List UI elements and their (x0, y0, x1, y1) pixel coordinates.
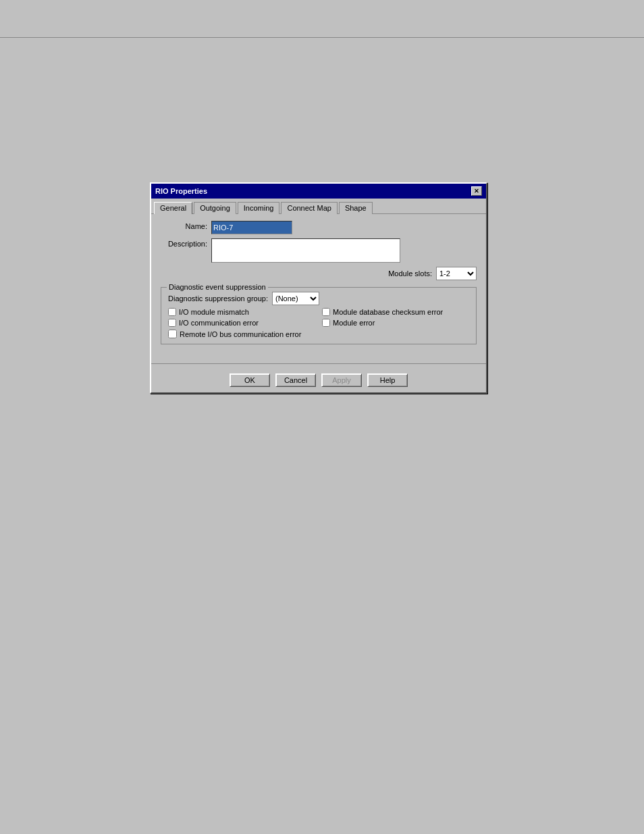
module-slots-select[interactable]: 1-2 1-4 1-8 1-16 (436, 267, 477, 280)
checkbox-module-error: Module error (322, 319, 469, 327)
dialog-rio-properties: RIO Properties ✕ General Outgoing Incomi… (150, 182, 487, 394)
tab-outgoing[interactable]: Outgoing (194, 202, 236, 214)
module-db-checksum-label: Module database checksum error (333, 308, 443, 316)
dialog-divider (151, 363, 486, 364)
help-button[interactable]: Help (367, 373, 408, 387)
checkbox-io-module-mismatch: I/O module mismatch (168, 308, 315, 316)
remote-io-bus-checkbox[interactable] (168, 330, 177, 338)
button-row: OK Cancel Apply Help (151, 369, 486, 392)
module-slots-label: Module slots: (388, 269, 432, 278)
dialog-title: RIO Properties (155, 187, 207, 195)
title-bar: RIO Properties ✕ (151, 184, 486, 199)
name-label: Name: (161, 221, 211, 230)
description-input[interactable] (211, 238, 400, 263)
io-module-mismatch-checkbox[interactable] (168, 308, 176, 316)
tab-connect-map[interactable]: Connect Map (281, 202, 337, 214)
group-box-legend: Diagnostic event suppression (167, 283, 268, 291)
tab-shape[interactable]: Shape (339, 202, 373, 214)
module-error-checkbox[interactable] (322, 319, 330, 327)
checkbox-grid: I/O module mismatch Module database chec… (168, 308, 469, 327)
tab-incoming[interactable]: Incoming (238, 202, 280, 214)
checkbox-module-db-checksum: Module database checksum error (322, 308, 469, 316)
io-comm-error-label: I/O communication error (179, 319, 259, 327)
name-input[interactable] (211, 221, 292, 234)
io-comm-error-checkbox[interactable] (168, 319, 176, 327)
dialog-content: Name: Description: Module slots: 1-2 1-4… (151, 214, 486, 358)
cancel-button[interactable]: Cancel (275, 373, 316, 387)
checkbox-remote-io-bus-row: Remote I/O bus communication error (168, 330, 469, 338)
tab-general[interactable]: General (154, 202, 192, 214)
close-button[interactable]: ✕ (471, 186, 482, 196)
diagnostic-group-box: Diagnostic event suppression Diagnostic … (161, 287, 477, 344)
checkbox-io-comm-error: I/O communication error (168, 319, 315, 327)
remote-io-bus-label: Remote I/O bus communication error (180, 330, 301, 338)
tab-bar: General Outgoing Incoming Connect Map Sh… (151, 199, 486, 214)
name-row: Name: (161, 221, 477, 234)
io-module-mismatch-label: I/O module mismatch (179, 308, 249, 316)
module-slots-row: Module slots: 1-2 1-4 1-8 1-16 (161, 267, 477, 280)
suppression-group-label: Diagnostic suppression group: (168, 294, 268, 303)
apply-button[interactable]: Apply (321, 373, 362, 387)
module-error-label: Module error (333, 319, 375, 327)
description-row: Description: (161, 238, 477, 263)
description-label: Description: (161, 238, 211, 248)
suppression-group-row: Diagnostic suppression group: (None) (168, 292, 469, 305)
ok-button[interactable]: OK (230, 373, 270, 387)
top-rule (0, 37, 644, 38)
suppression-group-select[interactable]: (None) (272, 292, 319, 305)
module-db-checksum-checkbox[interactable] (322, 308, 330, 316)
